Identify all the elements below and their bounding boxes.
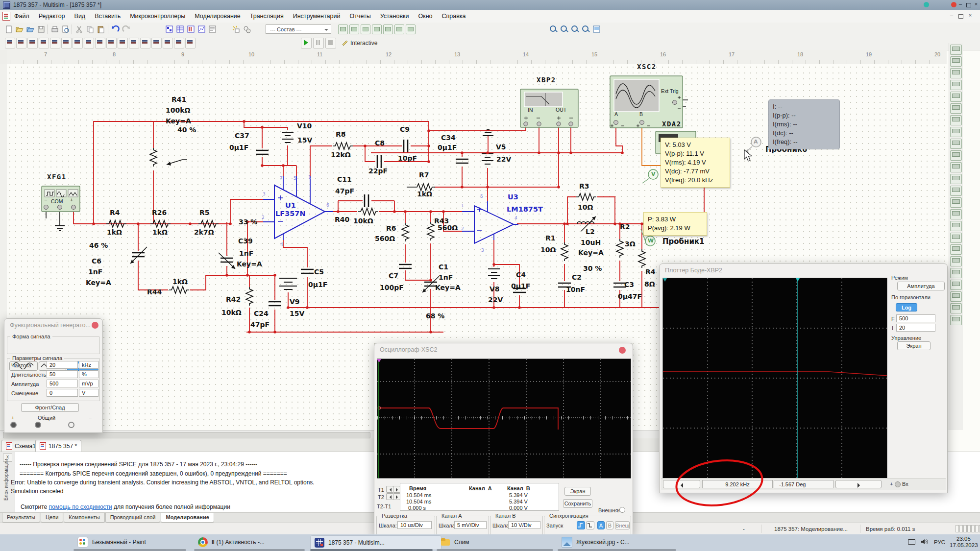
taskbar-item-paint[interactable]: Безымянный - Paint bbox=[74, 535, 194, 549]
component-icon[interactable] bbox=[73, 38, 83, 48]
component-icon[interactable] bbox=[106, 38, 117, 48]
menu-item-reports[interactable]: Отчеты bbox=[349, 13, 370, 20]
fg-frequency-unit[interactable]: kHz bbox=[79, 361, 98, 369]
instrument-icon[interactable] bbox=[950, 233, 962, 243]
undo-icon[interactable] bbox=[111, 24, 121, 34]
child-restore-button[interactable] bbox=[958, 14, 963, 19]
instrument-icon[interactable] bbox=[950, 150, 962, 161]
new-file-icon[interactable] bbox=[4, 24, 14, 34]
clock-time[interactable]: 23:05 bbox=[956, 536, 971, 542]
edge-settings-button[interactable]: Фронт/Спад bbox=[21, 403, 79, 412]
instrument-icon[interactable] bbox=[950, 68, 962, 78]
language-indicator[interactable]: РУС bbox=[934, 539, 945, 545]
instrument-icon[interactable] bbox=[950, 209, 962, 219]
network-icon[interactable] bbox=[908, 539, 915, 546]
run-button[interactable] bbox=[301, 38, 312, 48]
fg-duty-unit[interactable]: % bbox=[79, 370, 98, 378]
t2-left-arrow[interactable] bbox=[386, 493, 393, 500]
function-generator-dialog[interactable]: Функциональный генерато... Форма сигнала… bbox=[4, 318, 103, 433]
fg-duty-input[interactable]: 50 bbox=[47, 370, 78, 378]
save-icon[interactable] bbox=[36, 24, 46, 34]
volume-icon[interactable] bbox=[920, 538, 928, 546]
instrument-icon[interactable] bbox=[950, 186, 962, 196]
instrument-icon[interactable] bbox=[950, 315, 962, 325]
analysis-icon[interactable] bbox=[383, 24, 393, 34]
close-button[interactable]: × bbox=[972, 1, 980, 7]
instrument-icon[interactable] bbox=[950, 244, 962, 255]
menu-item-window[interactable]: Окно bbox=[418, 13, 432, 20]
instrument-icon[interactable] bbox=[950, 268, 962, 278]
instrument-icon[interactable] bbox=[950, 139, 962, 149]
component-icon[interactable] bbox=[118, 38, 128, 48]
log-scale-button[interactable]: Log bbox=[896, 303, 917, 311]
taskbar-item-multisim[interactable]: 1875 357 - Multisim... bbox=[310, 535, 441, 550]
bode-screen-button[interactable]: Экран bbox=[897, 341, 931, 350]
trigger-a-button[interactable]: A bbox=[597, 521, 605, 529]
open-file-icon[interactable] bbox=[15, 24, 24, 34]
menu-item-simulate[interactable]: Моделирование bbox=[195, 13, 241, 20]
progress-cell[interactable] bbox=[971, 525, 975, 532]
fullscreen-icon[interactable] bbox=[592, 24, 602, 34]
document-tab-schema1[interactable]: Схема1 bbox=[1, 440, 40, 452]
component-icon[interactable] bbox=[61, 38, 72, 48]
component-wizard-icon[interactable] bbox=[242, 24, 252, 34]
interactive-mode-label[interactable]: Interactive bbox=[350, 40, 377, 47]
fg-close-icon[interactable] bbox=[92, 322, 98, 329]
fg-amplitude-unit[interactable]: mVp bbox=[79, 380, 98, 387]
component-icon[interactable] bbox=[95, 38, 105, 48]
component-icon[interactable] bbox=[39, 38, 49, 48]
component-icon[interactable] bbox=[27, 38, 38, 48]
paste-icon[interactable] bbox=[96, 24, 106, 34]
tab-simulation[interactable]: Моделирование bbox=[161, 513, 214, 523]
component-icon[interactable] bbox=[174, 38, 184, 48]
fg-frequency-input[interactable]: 20 bbox=[47, 361, 78, 369]
menu-item-help[interactable]: Справка bbox=[442, 13, 466, 20]
screen-reverse-button[interactable]: Экран bbox=[564, 487, 591, 496]
menu-item-insert[interactable]: Вставить bbox=[95, 13, 121, 20]
magnitude-mode-button[interactable]: Амплитуда bbox=[897, 282, 945, 290]
progress-cell[interactable] bbox=[959, 525, 963, 532]
rising-edge-button[interactable] bbox=[577, 521, 585, 529]
toggle-grid-icon[interactable] bbox=[165, 24, 174, 34]
title-bar[interactable]: 1875 357 - Multisim - [1875 357 *] – × bbox=[0, 0, 980, 10]
instrument-icon[interactable] bbox=[950, 103, 962, 114]
t1-left-arrow[interactable] bbox=[386, 486, 393, 493]
fg-offset-input[interactable]: 0 bbox=[47, 389, 78, 397]
external-radio[interactable] bbox=[619, 507, 625, 513]
instrument-icon[interactable] bbox=[950, 256, 962, 266]
component-icon[interactable] bbox=[16, 38, 26, 48]
clock-date[interactable]: 17.05.2023 bbox=[950, 542, 978, 548]
bode-input-terminal[interactable] bbox=[895, 481, 901, 487]
analysis-icon[interactable] bbox=[361, 24, 370, 34]
trigger-b-button[interactable]: B bbox=[606, 521, 613, 529]
instrument-icon[interactable] bbox=[950, 92, 962, 102]
analysis-icon[interactable] bbox=[338, 24, 348, 34]
instrument-icon[interactable] bbox=[950, 80, 962, 90]
maximize-button[interactable] bbox=[966, 3, 971, 7]
component-icon[interactable] bbox=[151, 38, 162, 48]
fg-minus-terminal[interactable] bbox=[68, 422, 74, 428]
progress-cell[interactable] bbox=[963, 525, 967, 532]
composition-dropdown[interactable]: --- Состав --- bbox=[266, 24, 331, 34]
toggle-database-icon[interactable] bbox=[186, 24, 196, 34]
fg-plus-terminal[interactable] bbox=[10, 422, 17, 428]
toggle-graph-icon[interactable] bbox=[197, 24, 207, 34]
convergence-help-link[interactable]: помощь по сходимости bbox=[49, 503, 112, 510]
fg-amplitude-input[interactable]: 500 bbox=[47, 380, 78, 387]
menu-item-mcu[interactable]: Микроконтроллеры bbox=[130, 13, 185, 20]
taskbar-item-chrome[interactable]: II (1) Активность -... bbox=[194, 535, 313, 549]
menu-item-edit[interactable]: Редактор bbox=[39, 13, 65, 20]
t2-right-arrow[interactable] bbox=[393, 493, 400, 500]
instrument-icon[interactable] bbox=[950, 45, 962, 55]
taskbar-item-image[interactable]: Жуковский.jpg - С... bbox=[558, 535, 684, 549]
progress-cell[interactable] bbox=[975, 525, 979, 532]
channel-b-scale-input[interactable]: 10 V/Div bbox=[508, 521, 540, 529]
tab-components[interactable]: Компоненты bbox=[64, 513, 104, 523]
instrument-icon[interactable] bbox=[950, 291, 962, 302]
cursor-left-button[interactable] bbox=[663, 480, 700, 488]
channel-a-scale-input[interactable]: 5 mV/Div bbox=[454, 521, 487, 529]
instrument-icon[interactable] bbox=[950, 174, 962, 184]
instrument-icon[interactable] bbox=[950, 162, 962, 172]
progress-cell[interactable] bbox=[956, 525, 959, 532]
instrument-icon[interactable] bbox=[950, 303, 962, 313]
